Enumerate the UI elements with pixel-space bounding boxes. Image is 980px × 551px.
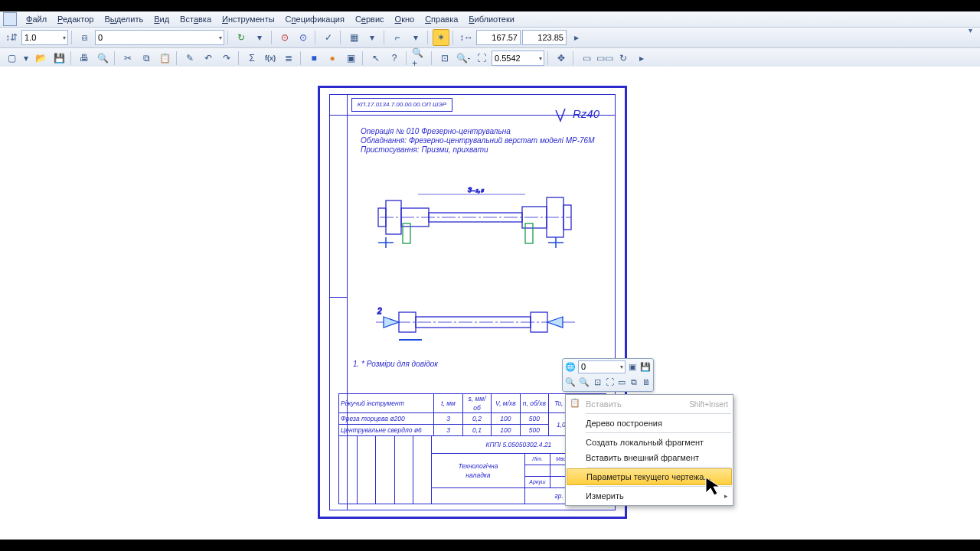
ctx-measure[interactable]: Измерить▸ bbox=[566, 488, 733, 504]
menu-spec[interactable]: Спецификация bbox=[281, 14, 349, 24]
float-zoomfit-icon[interactable]: ⛶ bbox=[604, 375, 615, 389]
zoom-fit-icon[interactable]: ⛶ bbox=[473, 50, 490, 67]
menu-view[interactable]: Вид bbox=[149, 14, 174, 24]
copy-icon[interactable]: ⧉ bbox=[138, 50, 155, 67]
ctx-divider bbox=[586, 486, 731, 487]
new-icon[interactable]: ▢ bbox=[3, 50, 20, 67]
brush-icon[interactable]: ✎ bbox=[181, 50, 198, 67]
menu-select[interactable]: Выделить bbox=[100, 14, 148, 24]
float-zoomin-icon[interactable]: 🔍 bbox=[564, 375, 577, 389]
ctx-create-local-fragment[interactable]: Создать локальный фрагмент bbox=[566, 435, 733, 450]
ctx-paste: 📋 Вставить Shift+Insert bbox=[566, 396, 733, 412]
menu-service[interactable]: Сервис bbox=[351, 14, 389, 24]
grid-dropdown-icon[interactable]: ▾ bbox=[364, 29, 381, 46]
float-combo[interactable]: 0 bbox=[578, 360, 626, 373]
menu-file[interactable]: ФФайлайл bbox=[21, 14, 51, 24]
menu-editor[interactable]: Редактор bbox=[53, 14, 98, 24]
toolbar-2: ▢ ▾ 📂 💾 🖶 🔍 ✂ ⧉ 📋 ✎ ↶ ↷ Σ f(x) ≣ ■ ● ▣ ↖… bbox=[0, 48, 980, 69]
open-icon[interactable]: 📂 bbox=[32, 50, 49, 67]
menu-insert[interactable]: Вставка bbox=[175, 14, 216, 24]
float-zoomwin-icon[interactable]: ⊡ bbox=[592, 375, 603, 389]
sigma-icon[interactable]: Σ bbox=[243, 50, 260, 67]
ctx-divider bbox=[586, 432, 731, 433]
help-icon[interactable]: ? bbox=[386, 50, 403, 67]
scale-combo[interactable]: 0.5542 bbox=[492, 51, 544, 66]
reset-icon[interactable]: ⦻ bbox=[77, 29, 93, 46]
arrow-cursor-icon[interactable]: ↖ bbox=[368, 50, 384, 67]
sheet-code: КП.17.0134.7.00.00.00.ОП ШЭР bbox=[351, 98, 452, 112]
blue-square-icon[interactable]: ■ bbox=[305, 50, 322, 67]
menu-window[interactable]: Окно bbox=[390, 14, 420, 24]
zoom-combo[interactable]: 1.0 bbox=[21, 30, 68, 45]
window-icon[interactable]: ▭ bbox=[578, 50, 595, 67]
ctx-tree[interactable]: Дерево построения bbox=[566, 416, 733, 431]
zoom-out-icon[interactable]: 🔍- bbox=[455, 50, 472, 67]
ortho-icon[interactable]: ✶ bbox=[433, 29, 449, 46]
toolbar-1: ↕⇵ 1.0 ⦻ 0 ↻ ▾ ⊙ ⊙ ✓ ▦ ▾ ⌐ ▾ ✶ ↕↔ 167.57… bbox=[0, 28, 980, 48]
save-icon[interactable]: 💾 bbox=[51, 50, 67, 67]
paste-small-icon: 📋 bbox=[569, 398, 581, 410]
cut-icon[interactable]: ✂ bbox=[119, 50, 136, 67]
axis-icon[interactable]: ⌐ bbox=[389, 29, 406, 46]
redo-icon[interactable]: ↷ bbox=[218, 50, 235, 67]
float-globe-icon[interactable]: 🌐 bbox=[564, 360, 577, 373]
ctx-insert-external-fragment[interactable]: Вставить внешний фрагмент bbox=[566, 450, 733, 465]
float-shape-icon[interactable]: ▭ bbox=[616, 375, 627, 389]
refresh2-icon[interactable]: ↻ bbox=[615, 50, 632, 67]
ctx-divider bbox=[586, 467, 731, 468]
magnet-blue-icon[interactable]: ⊙ bbox=[295, 29, 312, 46]
app-window: ФФайлайл Редактор Выделить Вид Вставка И… bbox=[0, 11, 980, 540]
menubar: ФФайлайл Редактор Выделить Вид Вставка И… bbox=[0, 11, 980, 28]
magnet-red-icon[interactable]: ⊙ bbox=[276, 29, 293, 46]
shaft-drawing-2: 2 bbox=[368, 295, 583, 349]
menu-help[interactable]: Справка bbox=[420, 14, 462, 24]
check-icon[interactable]: ✓ bbox=[320, 29, 337, 46]
float-zoomout-icon[interactable]: 🔍 bbox=[578, 375, 590, 389]
drawing-canvas[interactable]: КП.17.0134.7.00.00.00.ОП ШЭР Rz40 Операц… bbox=[0, 67, 980, 540]
xy-icon[interactable]: ↕↔ bbox=[458, 29, 475, 46]
preview-icon[interactable]: 🔍 bbox=[94, 50, 111, 67]
coord-x[interactable]: 167.57 bbox=[476, 30, 521, 45]
vars-icon[interactable]: ≣ bbox=[280, 50, 297, 67]
zoom-window-icon[interactable]: ⊡ bbox=[436, 50, 453, 67]
context-menu: 📋 Вставить Shift+Insert Дерево построени… bbox=[565, 394, 733, 506]
shaft-drawing-1: 3₋₁,₅ bbox=[372, 179, 579, 256]
float-doc-icon[interactable]: 🗎 bbox=[641, 375, 652, 389]
refresh-icon[interactable]: ↻ bbox=[233, 29, 250, 46]
floating-toolbar[interactable]: 🌐 0 ▣ 💾 🔍 🔍 ⊡ ⛶ ▭ ⧉ 🗎 bbox=[562, 358, 654, 392]
undo-icon[interactable]: ↶ bbox=[200, 50, 217, 67]
ctx-current-drawing-params[interactable]: Параметры текущего чертежа... bbox=[567, 468, 732, 485]
paste-icon[interactable]: 📋 bbox=[156, 50, 173, 67]
app-icon bbox=[3, 12, 17, 26]
axis-dropdown-icon[interactable]: ▾ bbox=[407, 29, 424, 46]
state-icon[interactable]: ▣ bbox=[342, 50, 359, 67]
menu-libs[interactable]: Библиотеки bbox=[464, 14, 519, 24]
svg-rect-9 bbox=[525, 223, 533, 243]
pan-icon[interactable]: ✥ bbox=[553, 50, 570, 67]
menu-tools[interactable]: Инструменты bbox=[217, 14, 279, 24]
print-icon[interactable]: 🖶 bbox=[76, 50, 93, 67]
float-save-icon[interactable]: 💾 bbox=[639, 360, 652, 373]
roughness-symbol: Rz40 bbox=[554, 107, 599, 122]
grid-icon[interactable]: ▦ bbox=[345, 29, 362, 46]
fx-icon[interactable]: f(x) bbox=[262, 50, 279, 67]
coord-menu-icon[interactable]: ▸ bbox=[568, 29, 585, 46]
operation-description: Операція № 010 Фрезерно-центрувальна Обл… bbox=[361, 127, 606, 155]
coord-y[interactable]: 123.85 bbox=[522, 30, 567, 45]
footnote: 1. * Розміри для довідок bbox=[353, 360, 438, 368]
float-apply-icon[interactable]: ▣ bbox=[627, 360, 638, 373]
dropdown-icon[interactable]: ▾ bbox=[251, 29, 268, 46]
windows-icon[interactable]: ▭▭ bbox=[596, 50, 613, 67]
float-copy-icon[interactable]: ⧉ bbox=[629, 375, 639, 389]
restore-window-button[interactable]: ▾ bbox=[963, 25, 977, 36]
orange-circle-icon[interactable]: ● bbox=[324, 50, 341, 67]
ctx-divider bbox=[586, 413, 731, 414]
snap-vertical-icon[interactable]: ↕⇵ bbox=[3, 29, 20, 46]
zoom-in-icon[interactable]: 🔍+ bbox=[411, 50, 428, 67]
style-combo[interactable]: 0 bbox=[95, 30, 224, 45]
svg-text:2: 2 bbox=[377, 307, 382, 315]
new-dropdown-icon[interactable]: ▾ bbox=[21, 50, 31, 67]
menu2-icon[interactable]: ▸ bbox=[633, 50, 650, 67]
svg-text:3₋₁,₅: 3₋₁,₅ bbox=[468, 186, 484, 194]
